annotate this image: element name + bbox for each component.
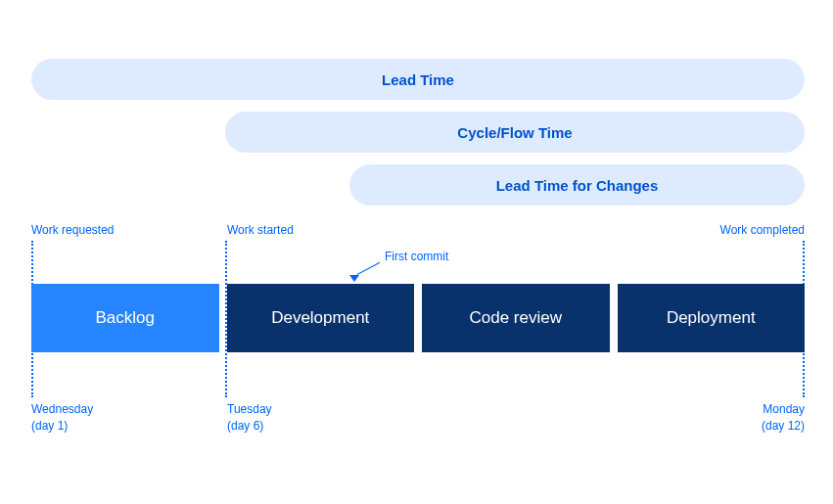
- stage-backlog: Backlog: [31, 284, 219, 352]
- day-name: Tuesday: [227, 402, 272, 416]
- day-num: (day 12): [762, 419, 805, 433]
- day-num: (day 1): [31, 419, 68, 433]
- day-num: (day 6): [227, 419, 263, 433]
- day-name: Monday: [763, 402, 805, 416]
- day-name: Wednesday: [31, 402, 93, 416]
- annotation-first-commit: First commit: [385, 250, 448, 263]
- event-work-started: Work started: [227, 223, 294, 239]
- event-work-completed: Work completed: [720, 223, 805, 239]
- day-label-2: Tuesday (day 6): [227, 401, 272, 435]
- annotation-line: [357, 262, 380, 275]
- day-label-1: Wednesday (day 1): [31, 401, 93, 435]
- day-label-3: Monday (day 12): [762, 401, 805, 435]
- stage-code-review: Code review: [422, 284, 610, 352]
- metric-cycle-time: Cycle/Flow Time: [225, 112, 805, 153]
- stage-deployment: Deployment: [618, 284, 806, 352]
- metric-lead-time: Lead Time: [31, 59, 805, 100]
- stage-development: Development: [227, 284, 415, 352]
- arrow-down-icon: [349, 275, 359, 282]
- stages-row: Backlog Development Code review Deployme…: [31, 284, 805, 352]
- metric-lead-time-changes: Lead Time for Changes: [349, 164, 805, 206]
- event-work-requested: Work requested: [31, 223, 115, 239]
